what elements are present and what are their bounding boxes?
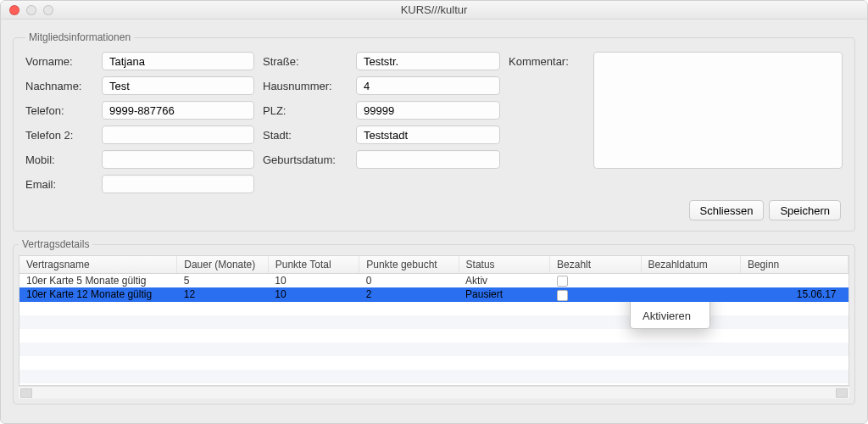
cell-dauer: 5 [177,274,269,288]
window-controls [9,5,53,15]
app-window: KURS///kultur Mitgliedsinformationen Vor… [0,0,868,424]
col-status[interactable]: Status [459,256,550,274]
zoom-window-icon[interactable] [43,5,53,15]
contracts-table-wrap: Vertragsname Dauer (Monate) Punkte Total… [19,255,849,386]
contract-details-group: Vertragsdetails Vertrags [13,238,855,404]
cell-bezahlt[interactable] [550,287,642,301]
scroll-right-nub[interactable] [836,388,848,398]
cell-status: Aktiv [459,274,550,288]
member-info-legend: Mitgliedsinformationen [25,31,134,43]
label-hausnr: Hausnummer: [263,80,348,92]
content: Mitgliedsinformationen Vorname: Straße: … [1,20,867,423]
checkbox-icon[interactable] [557,276,568,287]
input-telefon2[interactable] [102,126,254,144]
cell-name: 10er Karte 12 Monate gültig [19,287,177,301]
input-geburt[interactable] [356,150,500,169]
cell-name: 10er Karte 5 Monate gültig [19,274,177,288]
input-vorname[interactable] [102,52,254,70]
cell-beginn [740,274,848,288]
window-title: KURS///kultur [1,3,867,16]
col-dauer[interactable]: Dauer (Monate) [177,256,269,274]
cell-bezahldatum [641,287,740,301]
label-geburt: Geburtsdatum: [263,153,348,166]
cell-bezahldatum [641,274,740,288]
member-info-group: Mitgliedsinformationen Vorname: Straße: … [13,31,855,232]
col-bezahldatum[interactable]: Bezahldatum [641,256,740,274]
save-button[interactable]: Speichern [769,200,841,220]
label-stadt: Stadt: [263,129,348,142]
input-mobil[interactable] [102,150,254,169]
input-email[interactable] [102,175,254,193]
minimize-window-icon[interactable] [26,5,36,15]
menu-item-activate[interactable]: Aktivieren [631,307,709,325]
cell-ptotal: 10 [268,274,359,288]
horizontal-scrollbar[interactable] [19,386,849,399]
cell-beginn: 15.06.17 [740,287,848,301]
form-button-row: Schliessen Speichern [25,193,843,220]
label-vorname: Vorname: [25,55,93,68]
label-email: Email: [25,178,93,191]
col-punkte-total[interactable]: Punkte Total [268,256,359,274]
contracts-table[interactable]: Vertragsname Dauer (Monate) Punkte Total… [19,256,849,302]
label-strasse: Straße: [263,55,348,68]
input-nachname[interactable] [102,76,254,95]
col-bezahlt[interactable]: Bezahlt [550,256,642,274]
label-telefon2: Telefon 2: [25,129,93,142]
table-stripes-bg [19,302,849,385]
contract-details-legend: Vertragsdetails [19,238,92,250]
table-header-row: Vertragsname Dauer (Monate) Punkte Total… [19,256,849,274]
close-button[interactable]: Schliessen [689,200,765,220]
col-punkte-gebucht[interactable]: Punkte gebucht [359,256,459,274]
input-telefon[interactable] [102,101,254,120]
col-vertragsname[interactable]: Vertragsname [19,256,177,274]
label-mobil: Mobil: [25,153,93,166]
col-beginn[interactable]: Beginn [740,256,848,274]
input-hausnr[interactable] [356,76,500,95]
titlebar: KURS///kultur [1,1,867,20]
table-row[interactable]: 10er Karte 12 Monate gültig 12 10 2 Paus… [19,287,849,301]
comment-wrap [593,52,843,169]
label-plz: PLZ: [263,104,348,117]
cell-ptotal: 10 [268,287,359,301]
input-strasse[interactable] [356,52,500,70]
textarea-kommentar[interactable] [593,52,843,169]
cell-pgebucht: 0 [359,274,459,288]
label-kommentar: Kommentar: [509,55,585,68]
close-window-icon[interactable] [9,5,19,15]
cell-pgebucht: 2 [359,287,459,301]
contract-details-area: Vertragsdetails Vertrags [13,238,855,411]
table-row[interactable]: 10er Karte 5 Monate gültig 5 10 0 Aktiv [19,274,849,288]
cell-status: Pausiert [459,287,550,301]
input-plz[interactable] [356,101,500,120]
cell-bezahlt[interactable] [550,274,642,288]
member-form: Vorname: Straße: Kommentar: Nachname: Ha… [25,52,843,193]
input-stadt[interactable] [356,126,500,144]
scroll-left-nub[interactable] [20,388,32,398]
checkbox-icon[interactable] [557,290,568,301]
label-nachname: Nachname: [25,80,93,92]
label-telefon: Telefon: [25,104,93,117]
cell-dauer: 12 [177,287,269,301]
